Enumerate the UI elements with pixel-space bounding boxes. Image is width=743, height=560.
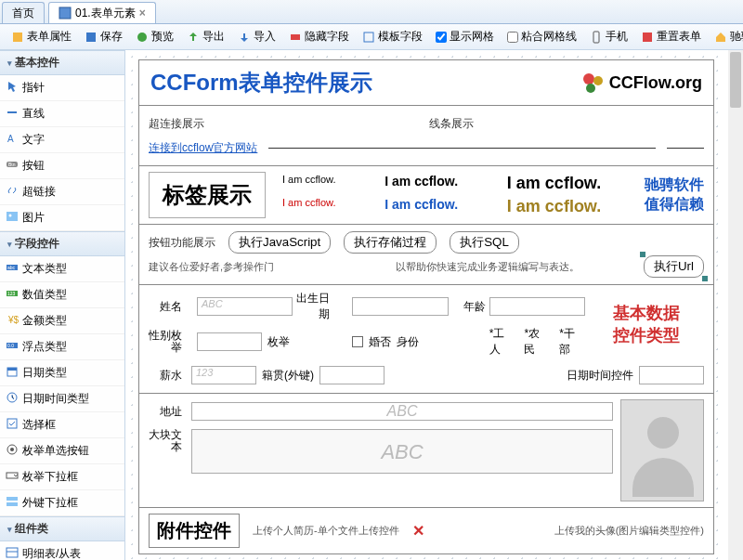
preview-icon bbox=[136, 31, 149, 44]
canvas[interactable]: CCForm表单控件展示 CCFlow.org 超连接展示 线条展示 连接到cc… bbox=[125, 50, 743, 560]
tab-home[interactable]: 首页 bbox=[2, 2, 45, 23]
salary-input[interactable]: 123 bbox=[191, 366, 256, 384]
svg-text:123: 123 bbox=[7, 291, 16, 296]
sidebar-item-date-type[interactable]: 日期类型 bbox=[0, 360, 124, 386]
import-button[interactable]: 导入 bbox=[232, 27, 281, 46]
native-select[interactable] bbox=[319, 366, 385, 384]
exec-sp-button[interactable]: 执行存储过程 bbox=[344, 231, 437, 254]
svg-text:abc: abc bbox=[7, 265, 16, 270]
sidebar-group-basic[interactable]: 基本控件 bbox=[0, 50, 124, 75]
sidebar-item-number-type[interactable]: 123数值类型 bbox=[0, 282, 124, 308]
button-section-label: 按钮功能展示 bbox=[149, 235, 215, 251]
name-input[interactable]: ABC bbox=[197, 297, 293, 316]
svg-rect-1 bbox=[13, 33, 22, 42]
svg-rect-28 bbox=[7, 497, 18, 501]
avatar-placeholder[interactable] bbox=[620, 399, 704, 501]
sidebar: 基本控件 指针 直线 A文字 Btn按钮 超链接 图片 字段控件 abc文本类型… bbox=[0, 50, 125, 560]
demo-line-2 bbox=[667, 148, 704, 149]
sidebar-item-pointer[interactable]: 指针 bbox=[0, 75, 124, 101]
save-button[interactable]: 保存 bbox=[79, 27, 128, 46]
sidebar-item-radio-enum[interactable]: 枚举单选按钮 bbox=[0, 438, 124, 464]
tab-form-elements[interactable]: 01.表单元素 × bbox=[48, 2, 156, 23]
svg-text:0.0: 0.0 bbox=[7, 343, 14, 348]
hidden-icon bbox=[289, 31, 302, 44]
form-attrs-button[interactable]: 表单属性 bbox=[6, 27, 77, 46]
sidebar-item-detail-table[interactable]: 明细表/从表 bbox=[0, 541, 124, 560]
exec-url-button[interactable]: 执行Url bbox=[644, 255, 704, 278]
svg-rect-4 bbox=[291, 34, 300, 40]
sidebar-item-image[interactable]: 图片 bbox=[0, 205, 124, 231]
toolbar: 表单属性 保存 预览 导出 导入 隐藏字段 模板字段 显示网格 粘合网格线 手机… bbox=[0, 24, 743, 50]
id-cadre: *干部 bbox=[559, 326, 585, 358]
tag-black-sm: I am ccflow. bbox=[282, 174, 362, 193]
bigtext-input[interactable]: ABC bbox=[191, 429, 613, 474]
datetime-input[interactable] bbox=[639, 366, 704, 384]
logo: CCFlow.org bbox=[580, 70, 702, 96]
tag-black-md: I am ccflow. bbox=[385, 174, 485, 193]
marry-checkbox[interactable] bbox=[352, 336, 363, 347]
line-section-label: 线条展示 bbox=[429, 116, 704, 132]
official-site-button[interactable]: 驰骋官网 bbox=[709, 27, 743, 46]
ccflow-link[interactable]: 连接到ccflow官方网站 bbox=[149, 140, 257, 156]
show-grid-checkbox[interactable] bbox=[436, 32, 447, 43]
sidebar-item-enum-dropdown[interactable]: 枚举下拉框 bbox=[0, 464, 124, 490]
tab-bar: 首页 01.表单元素 × bbox=[0, 0, 743, 24]
svg-rect-30 bbox=[7, 548, 18, 557]
label-section-header: 标签展示 bbox=[149, 172, 266, 218]
sidebar-item-text[interactable]: A文字 bbox=[0, 127, 124, 153]
svg-point-13 bbox=[9, 215, 12, 217]
sidebar-group-components[interactable]: 组件类 bbox=[0, 516, 124, 541]
preview-button[interactable]: 预览 bbox=[130, 27, 179, 46]
float-icon: 0.0 bbox=[6, 339, 19, 352]
age-input[interactable] bbox=[489, 297, 585, 316]
sidebar-item-line[interactable]: 直线 bbox=[0, 101, 124, 127]
sidebar-group-fields[interactable]: 字段控件 bbox=[0, 231, 124, 256]
snap-grid-toggle[interactable]: 粘合网格线 bbox=[502, 27, 582, 46]
tab-label: 首页 bbox=[12, 6, 34, 21]
svg-point-26 bbox=[10, 448, 14, 451]
datetime-icon bbox=[6, 391, 19, 404]
sidebar-item-button[interactable]: Btn按钮 bbox=[0, 153, 124, 179]
slogan-1: 驰骋软件 bbox=[645, 176, 704, 195]
button-icon: Btn bbox=[6, 158, 19, 171]
salary-label: 薪水 bbox=[149, 368, 186, 384]
home-icon bbox=[714, 31, 727, 44]
template-fields-button[interactable]: 模板字段 bbox=[357, 27, 428, 46]
sex-select[interactable] bbox=[197, 332, 262, 351]
hidden-fields-button[interactable]: 隐藏字段 bbox=[283, 27, 355, 46]
sidebar-item-money-type[interactable]: ¥$金额类型 bbox=[0, 308, 124, 334]
sidebar-item-text-type[interactable]: abc文本类型 bbox=[0, 256, 124, 282]
textfield-icon: abc bbox=[6, 261, 19, 274]
close-icon[interactable]: × bbox=[139, 7, 146, 20]
svg-rect-7 bbox=[643, 33, 652, 42]
birth-input[interactable] bbox=[352, 297, 448, 316]
snap-grid-checkbox[interactable] bbox=[507, 32, 518, 43]
exec-js-button[interactable]: 执行JavaScript bbox=[228, 231, 331, 254]
basic-data-label: 基本数据控件类型 bbox=[589, 302, 704, 346]
save-icon bbox=[85, 31, 98, 44]
attach-note-2: 上传我的头像(图片编辑类型控件) bbox=[554, 524, 704, 538]
sidebar-item-float-type[interactable]: 0.0浮点类型 bbox=[0, 334, 124, 360]
mobile-button[interactable]: 手机 bbox=[584, 27, 633, 46]
attach-x-icon[interactable]: ✕ bbox=[412, 522, 424, 540]
main-area: 基本控件 指针 直线 A文字 Btn按钮 超链接 图片 字段控件 abc文本类型… bbox=[0, 50, 743, 560]
addr-input[interactable]: ABC bbox=[191, 402, 613, 421]
exec-sql-button[interactable]: 执行SQL bbox=[450, 231, 519, 254]
show-grid-toggle[interactable]: 显示网格 bbox=[430, 27, 500, 46]
import-icon bbox=[238, 31, 251, 44]
form-title: CCForm表单控件展示 bbox=[150, 68, 580, 98]
attrs-icon bbox=[11, 31, 24, 44]
export-button[interactable]: 导出 bbox=[181, 27, 230, 46]
sidebar-item-hyperlink[interactable]: 超链接 bbox=[0, 179, 124, 205]
svg-rect-22 bbox=[7, 368, 17, 371]
name-label: 姓名 bbox=[149, 299, 186, 315]
sidebar-item-fk-dropdown[interactable]: 外键下拉框 bbox=[0, 490, 124, 516]
vertical-scrollbar[interactable] bbox=[728, 50, 743, 560]
reset-form-button[interactable]: 重置表单 bbox=[635, 27, 707, 46]
addr-label: 地址 bbox=[149, 404, 186, 420]
tab-label: 01.表单元素 bbox=[75, 6, 136, 21]
sidebar-item-datetime-type[interactable]: 日期时间类型 bbox=[0, 386, 124, 412]
svg-point-36 bbox=[583, 73, 594, 85]
demo-line bbox=[268, 148, 656, 149]
sidebar-item-checkbox[interactable]: 选择框 bbox=[0, 412, 124, 438]
